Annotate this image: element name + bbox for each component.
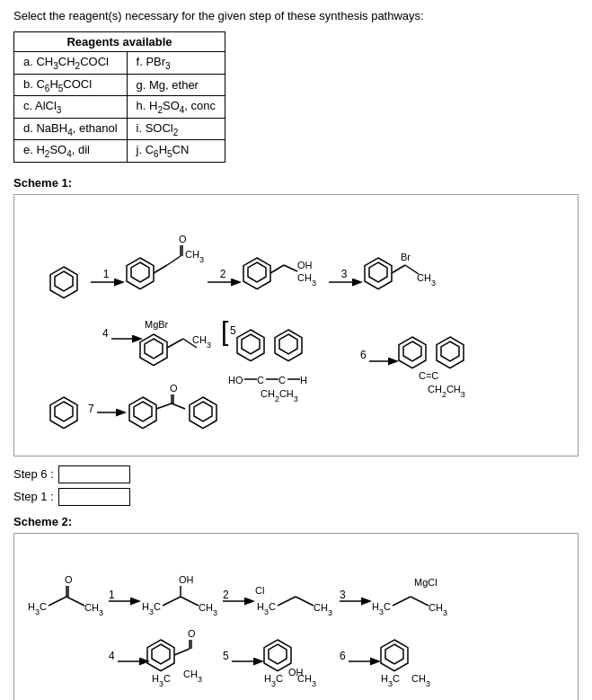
svg-text:6: 6 xyxy=(360,349,367,361)
svg-marker-38 xyxy=(242,334,260,354)
svg-text:CH3: CH3 xyxy=(314,602,332,617)
svg-text:6: 6 xyxy=(340,650,346,662)
svg-text:OH: OH xyxy=(179,574,194,585)
svg-text:CH3: CH3 xyxy=(411,673,430,688)
svg-text:5: 5 xyxy=(230,324,236,337)
svg-line-73 xyxy=(49,597,66,606)
svg-text:HO: HO xyxy=(228,375,243,385)
reagent-g: g. Mg, ether xyxy=(127,74,225,96)
svg-line-7 xyxy=(167,256,181,265)
svg-marker-121 xyxy=(385,644,403,664)
svg-marker-71 xyxy=(194,402,212,421)
svg-text:CH3: CH3 xyxy=(417,272,436,288)
svg-text:OH: OH xyxy=(297,260,313,270)
svg-line-25 xyxy=(392,265,405,273)
svg-marker-114 xyxy=(269,644,287,664)
svg-line-77 xyxy=(66,597,84,606)
svg-text:CH3: CH3 xyxy=(297,673,316,688)
svg-line-6 xyxy=(154,265,167,273)
svg-line-16 xyxy=(270,265,284,273)
svg-marker-5 xyxy=(131,262,149,282)
svg-text:O: O xyxy=(65,574,73,585)
svg-line-105 xyxy=(174,649,190,655)
svg-text:MgBr: MgBr xyxy=(145,319,169,330)
svg-text:CH3: CH3 xyxy=(183,669,202,684)
svg-marker-64 xyxy=(134,402,152,421)
step1-row: Step 1 : xyxy=(13,488,579,506)
svg-text:H3C: H3C xyxy=(257,601,276,616)
reagent-e: e. H2SO4, dil xyxy=(14,140,128,163)
svg-text:C: C xyxy=(257,375,264,385)
scheme1-area: 1 O CH3 2 OH CH3 3 xyxy=(13,194,579,456)
step1-input[interactable] xyxy=(58,488,130,506)
svg-text:1: 1 xyxy=(109,589,115,601)
svg-text:CH3: CH3 xyxy=(199,602,217,617)
scheme1-label: Scheme 1: xyxy=(13,176,579,190)
svg-text:3: 3 xyxy=(341,268,348,280)
svg-line-17 xyxy=(284,265,297,271)
svg-line-98 xyxy=(393,597,411,606)
reagent-j: j. C6H5CN xyxy=(127,140,225,163)
svg-line-82 xyxy=(163,597,181,606)
reagent-c: c. AlCl3 xyxy=(14,96,128,119)
svg-line-91 xyxy=(278,597,296,606)
svg-text:CH2CH3: CH2CH3 xyxy=(261,388,298,403)
step6-label: Step 6 : xyxy=(13,467,54,481)
svg-text:CH3: CH3 xyxy=(84,602,103,617)
reagent-h: h. H2SO4, conc xyxy=(127,96,225,119)
svg-text:H3C: H3C xyxy=(381,673,400,688)
svg-text:Br: Br xyxy=(401,252,411,262)
reagent-a: a. CH3CH2COCl xyxy=(14,52,128,75)
svg-text:O: O xyxy=(179,234,187,244)
reagent-f: f. PBr3 xyxy=(127,52,225,75)
svg-text:H: H xyxy=(300,375,307,385)
scheme1-diagram: 1 O CH3 2 OH CH3 3 xyxy=(23,204,589,447)
svg-text:CH3: CH3 xyxy=(429,602,447,617)
svg-marker-60 xyxy=(55,402,73,421)
step6-row: Step 6 : xyxy=(13,465,579,483)
scheme2-label: Scheme 2: xyxy=(13,515,579,528)
svg-line-85 xyxy=(181,597,199,606)
instructions: Select the reagent(s) necessary for the … xyxy=(13,9,579,22)
reagent-d: d. NaBH4, ethanol xyxy=(14,118,128,140)
svg-marker-23 xyxy=(369,262,387,282)
svg-text:H3C: H3C xyxy=(142,601,161,616)
svg-text:C: C xyxy=(278,375,286,385)
svg-line-92 xyxy=(296,597,314,606)
svg-text:H3C: H3C xyxy=(264,673,283,688)
svg-line-69 xyxy=(172,403,185,409)
svg-text:2: 2 xyxy=(223,589,229,601)
svg-text:MgCl: MgCl xyxy=(414,577,437,588)
reagent-i: i. SOCl2 xyxy=(127,118,225,140)
reagents-header: Reagents available xyxy=(14,32,225,52)
svg-line-65 xyxy=(156,403,172,409)
svg-text:Cl: Cl xyxy=(255,585,264,596)
scheme2-diagram: H3C O CH3 1 H3C OH CH3 2 Cl H3C CH3 3 xyxy=(23,543,589,700)
svg-text:CH3: CH3 xyxy=(185,249,204,264)
svg-line-33 xyxy=(167,339,183,348)
svg-text:4: 4 xyxy=(109,650,115,662)
svg-marker-40 xyxy=(279,334,297,354)
svg-text:C=C: C=C xyxy=(419,370,438,381)
svg-text:H3C: H3C xyxy=(372,601,391,616)
svg-text:7: 7 xyxy=(88,403,94,415)
svg-text:3: 3 xyxy=(340,589,346,601)
svg-marker-54 xyxy=(403,341,421,361)
svg-line-99 xyxy=(411,597,429,606)
svg-text:1: 1 xyxy=(103,268,110,280)
reagents-table: Reagents available a. CH3CH2COCl f. PBr3… xyxy=(13,31,225,163)
svg-marker-104 xyxy=(152,644,170,664)
svg-text:CH3: CH3 xyxy=(297,272,316,288)
svg-text:[: [ xyxy=(221,316,229,346)
svg-text:H3C: H3C xyxy=(28,601,47,616)
svg-marker-15 xyxy=(248,262,266,282)
svg-text:4: 4 xyxy=(102,327,109,340)
svg-text:CH2CH3: CH2CH3 xyxy=(428,384,465,399)
svg-text:O: O xyxy=(170,383,178,394)
step6-input[interactable] xyxy=(58,465,130,483)
reagent-b: b. C6H5COCl xyxy=(14,74,128,96)
step1-label: Step 1 : xyxy=(13,490,54,503)
svg-marker-32 xyxy=(145,339,163,359)
svg-text:O: O xyxy=(188,628,196,639)
svg-text:5: 5 xyxy=(223,650,229,662)
